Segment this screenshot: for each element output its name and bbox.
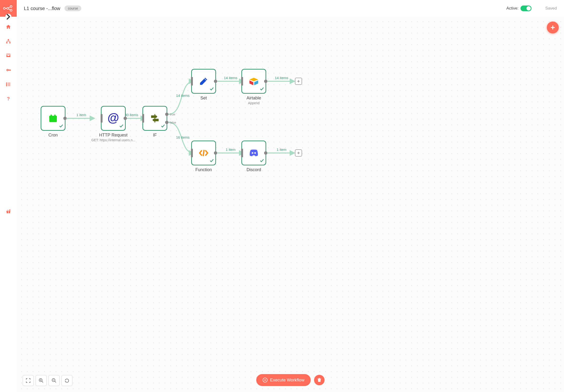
gift-icon[interactable] xyxy=(6,209,11,214)
node-sublabel: GET: https://internal.users.n... xyxy=(91,138,135,142)
node-if[interactable]: true false IF xyxy=(142,106,167,138)
svg-rect-12 xyxy=(10,70,11,71)
node-label: Function xyxy=(195,167,212,172)
svg-line-44 xyxy=(203,150,204,156)
node-label: HTTP Request xyxy=(99,133,128,138)
node-label: IF xyxy=(153,133,157,138)
svg-rect-39 xyxy=(49,116,57,118)
active-toggle[interactable] xyxy=(521,5,532,11)
add-node-main-button[interactable] xyxy=(547,22,559,33)
zoom-out-button[interactable] xyxy=(49,375,59,386)
svg-rect-6 xyxy=(6,42,8,43)
svg-point-16 xyxy=(6,83,7,84)
templates-icon[interactable] xyxy=(6,53,11,58)
active-label: Active: xyxy=(506,6,519,11)
svg-rect-61 xyxy=(317,379,321,379)
svg-point-1 xyxy=(7,7,9,9)
node-label: Airtable xyxy=(246,96,261,101)
executions-icon[interactable] xyxy=(6,82,11,87)
svg-point-18 xyxy=(6,85,7,86)
code-icon xyxy=(198,147,209,159)
delete-button[interactable] xyxy=(314,375,325,385)
check-icon xyxy=(260,87,264,92)
node-label: Discord xyxy=(246,167,261,172)
svg-point-2 xyxy=(10,5,12,7)
svg-text:@: @ xyxy=(108,113,119,124)
false-label: false xyxy=(170,121,176,124)
svg-point-9 xyxy=(7,70,8,70)
node-sublabel: Append xyxy=(248,101,260,105)
calendar-icon xyxy=(47,112,59,124)
check-icon xyxy=(260,158,264,164)
pencil-icon xyxy=(198,76,209,87)
logo[interactable] xyxy=(0,0,17,17)
svg-rect-10 xyxy=(8,70,11,70)
svg-text:?: ? xyxy=(7,96,10,101)
node-cron[interactable]: Cron xyxy=(41,106,66,138)
node-airtable[interactable]: Airtable Append xyxy=(241,69,266,105)
execute-workflow-button[interactable]: Execute Workflow xyxy=(256,374,311,386)
node-http[interactable]: @ HTTP Request GET: https://internal.use… xyxy=(91,106,135,142)
svg-rect-62 xyxy=(318,378,320,379)
header: L1 course -...flow course Active: Saved xyxy=(17,0,564,17)
fit-view-button[interactable] xyxy=(23,375,34,386)
reset-zoom-button[interactable] xyxy=(61,375,72,386)
node-label: Cron xyxy=(48,133,58,138)
svg-rect-22 xyxy=(8,210,9,213)
zoom-in-button[interactable] xyxy=(36,375,47,386)
svg-point-45 xyxy=(252,152,253,154)
true-label: true xyxy=(170,112,175,116)
svg-line-58 xyxy=(55,381,56,383)
svg-point-0 xyxy=(3,7,5,9)
saved-status: Saved xyxy=(545,6,557,11)
signpost-icon xyxy=(149,112,161,124)
node-function[interactable]: Function xyxy=(191,140,216,172)
add-node-button[interactable] xyxy=(295,78,302,85)
sidebar: ? xyxy=(0,0,17,392)
workflows-icon[interactable] xyxy=(6,39,11,44)
check-icon xyxy=(59,124,63,129)
check-icon xyxy=(161,124,165,129)
add-node-button[interactable] xyxy=(295,149,302,156)
node-discord[interactable]: Discord xyxy=(241,140,266,172)
svg-point-17 xyxy=(6,84,7,85)
check-icon xyxy=(210,87,214,92)
svg-rect-41 xyxy=(54,114,55,117)
home-icon[interactable] xyxy=(6,24,11,30)
svg-point-46 xyxy=(254,152,256,154)
svg-rect-7 xyxy=(9,42,11,43)
at-icon: @ xyxy=(108,112,119,124)
node-set[interactable]: Set xyxy=(191,69,216,101)
workflow-tag[interactable]: course xyxy=(65,5,81,11)
svg-point-3 xyxy=(10,9,12,11)
svg-rect-11 xyxy=(10,70,10,71)
workflow-title[interactable]: L1 course -...flow xyxy=(24,6,60,11)
svg-line-54 xyxy=(42,381,43,383)
execute-label: Execute Workflow xyxy=(270,378,304,383)
credentials-icon[interactable] xyxy=(6,67,11,73)
help-icon[interactable]: ? xyxy=(6,96,11,101)
expand-sidebar-button[interactable] xyxy=(5,14,12,20)
discord-icon xyxy=(248,147,260,159)
node-label: Set xyxy=(200,96,207,101)
airtable-icon xyxy=(248,76,260,87)
svg-point-23 xyxy=(9,209,11,210)
svg-rect-40 xyxy=(51,114,52,117)
check-icon xyxy=(119,124,124,129)
check-icon xyxy=(210,158,214,164)
canvas[interactable]: 1 item 30 items 14 items 16 items 14 ite… xyxy=(17,17,564,392)
svg-rect-5 xyxy=(8,39,9,40)
